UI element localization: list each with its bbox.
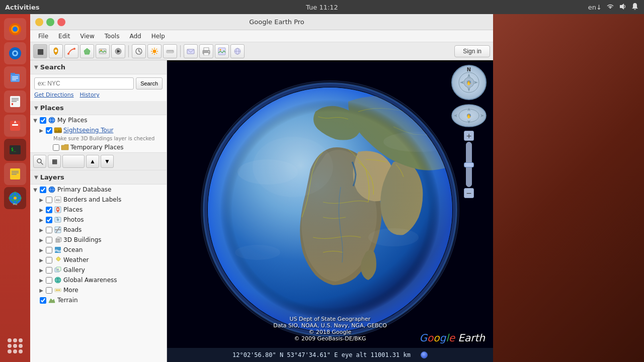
toggle-sidebar-button[interactable]: ▦ [33,44,47,58]
files-icon[interactable] [4,66,26,88]
svg-rect-57 [204,53,209,55]
my-places-arrow: ▼ [32,118,38,123]
3d-buildings-layer-item[interactable]: ▶ 3D Buildings [30,235,167,245]
compass-control[interactable]: N ✋ [451,64,487,101]
notification-icon[interactable] [631,3,639,12]
svg-marker-103 [49,299,55,303]
save-image-button[interactable] [215,44,229,58]
search-places-button[interactable] [33,155,46,168]
borders-checkbox[interactable] [46,197,52,203]
global-awareness-layer-item[interactable]: ▶ Global Awareness [30,275,167,285]
places-layer-checkbox[interactable] [46,207,52,213]
menu-view[interactable]: View [76,32,98,41]
menu-file[interactable]: File [34,32,52,41]
add-image-overlay-button[interactable] [96,44,110,58]
global-awareness-checkbox[interactable] [46,277,52,284]
places-input-button[interactable] [62,155,85,168]
print-button[interactable] [199,44,213,58]
my-places-checkbox[interactable] [40,117,46,124]
borders-labels-item[interactable]: ▶ Ab Borders and Labels [30,195,167,205]
system-time: Tue 11:12 [306,4,338,11]
move-down-button[interactable]: ▼ [101,155,114,168]
sound-icon[interactable] [619,3,627,12]
text-editor-icon[interactable] [4,90,26,113]
temp-places-checkbox[interactable] [53,144,59,151]
terrain-layer-item[interactable]: Terrain [30,295,167,305]
sightseeing-tour-item[interactable]: ▶ Sightseeing Tour [30,125,167,135]
sightseeing-label[interactable]: Sightseeing Tour [63,127,165,134]
more-checkbox[interactable] [46,287,52,294]
sun-tool-button[interactable] [147,44,162,58]
menu-tools[interactable]: Tools [101,32,124,41]
search-section-header[interactable]: ▼ Search [30,60,167,74]
places-layer-item[interactable]: ▶ Places [30,205,167,215]
places-section-header[interactable]: ▼ Places [30,101,167,115]
thunderbird-icon[interactable] [4,42,26,64]
photos-checkbox[interactable] [46,217,52,223]
gallery-icon [54,266,62,274]
signin-button[interactable]: Sign in [454,45,490,57]
globe-view[interactable]: N ✋ [167,60,493,362]
toggle-places-view-button[interactable]: ▦ [48,155,61,168]
ocean-layer-item[interactable]: ▶ Ocean [30,245,167,255]
zoom-out-button[interactable]: − [464,188,474,198]
add-path-button[interactable] [64,44,78,58]
layers-section-header[interactable]: ▼ Layers [30,170,167,185]
historical-imagery-button[interactable] [132,44,146,58]
add-polygon-button[interactable] [80,44,94,58]
tilt-control[interactable]: ✋ [451,104,487,128]
zoom-thumb[interactable] [464,162,474,167]
wifi-icon[interactable] [606,3,615,12]
app-window: Google Earth Pro File Edit View Tools Ad… [30,14,493,362]
search-input[interactable] [34,77,134,89]
add-placemark-button[interactable] [49,44,63,58]
svg-rect-18 [12,124,18,126]
svg-line-48 [152,53,153,54]
gallery-layer-item[interactable]: ▶ Gallery [30,265,167,275]
firefox-icon[interactable] [4,18,26,40]
weather-checkbox[interactable] [46,257,52,263]
photos-layer-item[interactable]: ▶ Photos [30,215,167,225]
ocean-layer-label: Ocean [63,246,83,253]
explore-button[interactable] [230,44,245,58]
record-tour-button[interactable] [111,44,125,58]
roads-checkbox[interactable] [46,227,52,233]
primary-db-checkbox[interactable] [40,187,46,193]
google-earth-icon[interactable]: Pro [4,187,26,209]
notes-icon[interactable] [4,163,26,185]
apps-grid-button[interactable] [4,335,26,357]
menu-add[interactable]: Add [125,32,145,41]
search-button[interactable]: Search [136,77,163,89]
system-bar: Activities Tue 11:12 en↓ [0,0,644,14]
history-link[interactable]: History [80,92,100,98]
places-toolbar: ▦ ▲ ▼ [30,153,167,170]
temp-places-folder-icon [61,143,69,151]
temporary-places-item[interactable]: Temporary Places [30,142,167,152]
package-manager-icon[interactable]: A [4,115,26,137]
zoom-in-button[interactable]: + [464,131,474,141]
primary-database-item[interactable]: ▼ Primary Database [30,185,167,195]
weather-layer-item[interactable]: ▶ Weather [30,255,167,265]
my-places-item[interactable]: ▼ My Places [30,115,167,125]
ocean-checkbox[interactable] [46,247,52,253]
close-button[interactable] [57,18,65,26]
sightseeing-checkbox[interactable] [46,127,52,134]
minimize-button[interactable] [35,18,43,26]
menu-help[interactable]: Help [147,32,169,41]
zoom-control[interactable]: + − [464,131,474,198]
gallery-checkbox[interactable] [46,267,52,274]
ruler-button[interactable] [163,44,177,58]
get-directions-link[interactable]: Get Directions [34,92,74,98]
email-button[interactable] [184,44,198,58]
roads-layer-item[interactable]: ▶ Roads [30,225,167,235]
language-indicator[interactable]: en↓ [588,4,602,11]
menu-edit[interactable]: Edit [54,32,74,41]
terminal-icon[interactable]: $_ [4,139,26,161]
more-layer-item[interactable]: ▶ More [30,285,167,295]
terrain-checkbox[interactable] [40,297,46,304]
zoom-track[interactable] [466,142,472,187]
move-up-button[interactable]: ▲ [86,155,99,168]
3d-buildings-checkbox[interactable] [46,237,52,243]
activities-label[interactable]: Activities [5,4,40,11]
maximize-button[interactable] [46,18,54,26]
